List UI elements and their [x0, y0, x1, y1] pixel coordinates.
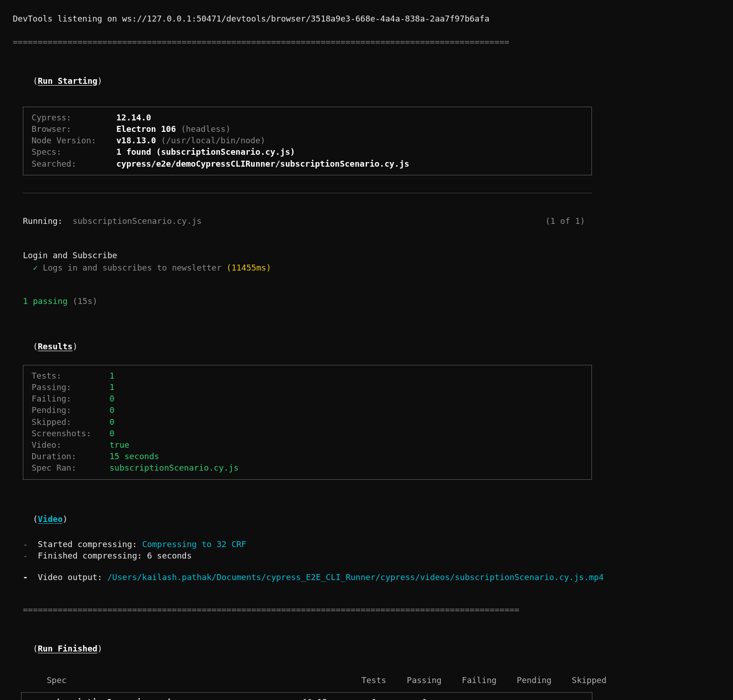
env-row-specs: Specs: 1 found (subscriptionScenario.cy.…	[32, 146, 583, 157]
run-starting-label: (Run Starting)	[23, 63, 720, 86]
suite-title: Login and Subscribe	[23, 250, 720, 261]
video-output-label: Video output:	[38, 572, 103, 582]
results-label: (Results)	[23, 329, 720, 352]
divider-line	[23, 193, 592, 193]
paren-open: (	[33, 342, 38, 351]
env-key: Specs:	[32, 146, 116, 157]
env-value: 1 found (subscriptionScenario.cy.js)	[116, 147, 295, 157]
results-text: Results	[38, 342, 73, 351]
th-pending: Pending	[507, 671, 562, 689]
env-key: Searched:	[32, 158, 116, 169]
compress-label: Started compressing:	[38, 539, 137, 549]
video-compress-end: - Finished compressing: 6 seconds	[23, 550, 720, 561]
total-time: (15s)	[72, 296, 97, 306]
env-row-node: Node Version: v18.13.0 (/usr/local/bin/n…	[32, 135, 583, 146]
res-val: subscriptionScenario.cy.js	[109, 462, 239, 473]
env-key: Node Version:	[32, 135, 116, 146]
video-text: Video	[38, 514, 63, 524]
res-key: Failing:	[32, 393, 109, 404]
dash-icon: -	[23, 572, 28, 582]
video-output-path: /Users/kailash.pathak/Documents/cypress_…	[107, 572, 604, 582]
row-time: 00:15	[278, 693, 351, 700]
env-row-browser: Browser: Electron 106 (headless)	[32, 123, 583, 135]
th-passing: Passing	[397, 671, 452, 689]
check-icon: ✔	[31, 697, 36, 700]
row-passing: 1	[397, 693, 452, 700]
res-key: Spec Ran:	[32, 462, 109, 473]
running-label: Running:	[23, 216, 63, 226]
res-key: Skipped:	[32, 416, 109, 428]
res-val: 0	[109, 404, 115, 416]
res-val: 0	[109, 416, 115, 428]
res-key: Passing:	[32, 381, 109, 393]
env-info-box: Cypress: 12.14.0 Browser: Electron 106 (…	[23, 107, 592, 175]
separator-bottom: ========================================…	[23, 604, 720, 615]
check-icon: ✓	[33, 263, 38, 272]
compress-finished: Finished compressing: 6 seconds	[38, 551, 192, 560]
res-key: Screenshots:	[32, 428, 109, 439]
env-row-cypress: Cypress: 12.14.0	[32, 112, 583, 123]
th-skipped: Skipped	[562, 671, 617, 689]
env-value: Electron 106	[116, 124, 176, 134]
running-progress: (1 of 1)	[545, 215, 585, 227]
env-row-searched: Searched: cypress/e2e/demoCypressCLIRunn…	[32, 158, 583, 169]
results-box: Tests:1 Passing:1 Failing:0 Pending:0 Sk…	[23, 365, 592, 480]
row-tests: 1	[351, 693, 397, 700]
run-finished-text: Run Finished	[38, 644, 98, 653]
passing-count: 1 passing	[23, 296, 68, 306]
paren-close: )	[98, 76, 103, 86]
row-pending: -	[507, 693, 562, 700]
video-compress-start: - Started compressing: Compressing to 32…	[23, 538, 720, 550]
env-value: 12.14.0	[116, 113, 151, 122]
paren-open: (	[33, 644, 38, 653]
paren-close: )	[63, 514, 68, 524]
th-failing: Failing	[452, 671, 507, 689]
test-name: Logs in and subscribes to newsletter	[43, 263, 221, 272]
compress-value: Compressing to 32 CRF	[142, 539, 246, 549]
summary-table-header: Spec Tests Passing Failing Pending Skipp…	[21, 671, 592, 689]
run-finished-label: (Run Finished)	[23, 631, 720, 654]
paren-open: (	[33, 514, 38, 524]
devtools-listening-line: DevTools listening on ws://127.0.0.1:504…	[13, 13, 720, 24]
suite-block: Login and Subscribe ✓ Logs in and subscr…	[23, 250, 720, 273]
env-note: (/usr/local/bin/node)	[156, 136, 265, 145]
res-val: true	[109, 439, 129, 450]
video-lines: - Started compressing: Compressing to 32…	[23, 538, 720, 583]
res-val: 1	[109, 370, 115, 381]
res-key: Tests:	[32, 370, 109, 381]
dash-icon: -	[23, 539, 28, 549]
res-key: Pending:	[32, 404, 109, 416]
res-val: 0	[109, 428, 115, 439]
separator-top: ========================================…	[13, 36, 720, 48]
dash-icon: -	[23, 551, 28, 560]
paren-close: )	[72, 342, 77, 351]
res-val: 15 seconds	[109, 450, 159, 462]
res-val: 0	[109, 393, 115, 404]
summary-table-row: ✔ subscriptionScenario.cy.js 00:15 1 1 -…	[21, 692, 592, 700]
row-skipped: -	[562, 693, 617, 700]
res-val: 1	[109, 381, 115, 393]
env-key: Browser:	[32, 123, 116, 135]
env-key: Cypress:	[32, 112, 116, 123]
res-key: Duration:	[32, 450, 109, 462]
env-note: (headless)	[176, 124, 230, 134]
paren-close: )	[98, 644, 103, 653]
env-value: v18.13.0	[116, 136, 156, 145]
th-spec: Spec	[44, 671, 278, 689]
running-file: subscriptionScenario.cy.js	[72, 216, 202, 226]
th-tests: Tests	[351, 671, 397, 689]
summary-line: 1 passing (15s)	[23, 295, 720, 307]
row-spec: subscriptionScenario.cy.js	[44, 693, 278, 700]
run-starting-text: Run Starting	[38, 76, 98, 86]
test-duration: (11455ms)	[226, 263, 271, 272]
test-line: ✓ Logs in and subscribes to newsletter (…	[23, 262, 720, 273]
row-failing: -	[452, 693, 507, 700]
video-output-line: - Video output: /Users/kailash.pathak/Do…	[23, 571, 720, 583]
res-key: Video:	[32, 439, 109, 450]
running-row: Running: subscriptionScenario.cy.js (1 o…	[13, 215, 602, 227]
video-label: (Video)	[23, 502, 720, 525]
paren-open: (	[33, 76, 38, 86]
env-value: cypress/e2e/demoCypressCLIRunner/subscri…	[116, 159, 409, 168]
